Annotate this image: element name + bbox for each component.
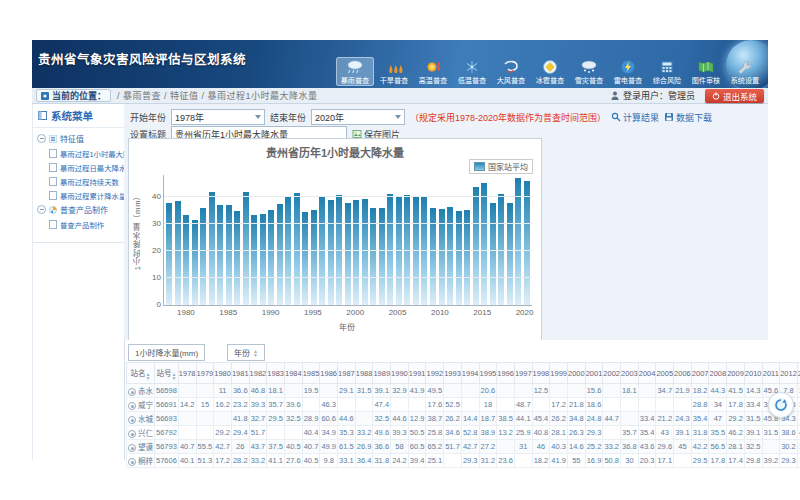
nav-item-hail[interactable]: 冰雹普查 xyxy=(531,57,569,86)
x-tick-label: 2005 xyxy=(389,308,407,317)
value-cell: 31.8 xyxy=(691,426,709,440)
year-header-1979[interactable]: 1979 xyxy=(196,363,214,384)
year-header-1994[interactable]: 1994 xyxy=(461,363,479,384)
year-header-1997[interactable]: 1997 xyxy=(514,363,532,384)
year-header-2006[interactable]: 2006 xyxy=(674,363,692,384)
year-header-1989[interactable]: 1989 xyxy=(373,363,391,384)
nav-item-gale[interactable]: 大风普查 xyxy=(492,57,530,86)
year-header-1996[interactable]: 1996 xyxy=(497,363,515,384)
tree-item[interactable]: 暴雨过程1小时最大降水量 xyxy=(35,146,122,160)
year-header-2004[interactable]: 2004 xyxy=(638,363,656,384)
tree-item[interactable]: 暴雨过程累计降水量 xyxy=(35,188,122,202)
nav-item-drought[interactable]: 干旱普查 xyxy=(375,57,413,86)
table-row: 赤水565981136.646.818.119.529.131.539.132.… xyxy=(127,384,800,398)
value-cell: 32.5 xyxy=(373,412,391,426)
x-tick-label: 1985 xyxy=(219,308,237,317)
calculate-button[interactable]: 计算结果 xyxy=(611,111,659,124)
year-header-1992[interactable]: 1992 xyxy=(426,363,444,384)
value-cell xyxy=(638,398,656,412)
logout-label: 退出系统 xyxy=(723,90,757,102)
year-header-2012[interactable]: 2012 xyxy=(780,363,798,384)
year-header-2007[interactable]: 2007 xyxy=(691,363,709,384)
year-header-1999[interactable]: 1999 xyxy=(550,363,568,384)
tree-item[interactable]: 暴雨过程持续天数 xyxy=(35,174,122,188)
row-radio-button[interactable] xyxy=(128,458,136,466)
tree-item[interactable]: 普查产品制作 xyxy=(35,217,122,231)
nav-item-label: 冰雹普查 xyxy=(532,76,568,85)
year-header-1986[interactable]: 1986 xyxy=(320,363,338,384)
year-header-1985[interactable]: 1985 xyxy=(302,363,320,384)
floating-refresh-button[interactable] xyxy=(768,392,794,418)
bar-2019 xyxy=(515,178,521,305)
end-year-select[interactable]: 2020年 xyxy=(311,109,405,125)
year-header-1983[interactable]: 1983 xyxy=(267,363,285,384)
year-header-2008[interactable]: 2008 xyxy=(709,363,727,384)
value-cell: 48.7 xyxy=(514,398,532,412)
station-name-header[interactable]: 站名▲▼ xyxy=(127,363,155,384)
table-scroll-area[interactable]: 站名▲▼站号▲▼19781979198019811982198319841985… xyxy=(126,362,800,492)
year-header-1988[interactable]: 1988 xyxy=(355,363,373,384)
chart-legend[interactable]: 国家站平均 xyxy=(469,159,533,174)
year-header-1990[interactable]: 1990 xyxy=(391,363,409,384)
year-header-1995[interactable]: 1995 xyxy=(479,363,497,384)
metric-select[interactable]: 1小时降水量(mm) xyxy=(128,344,205,361)
nav-item-lightning[interactable]: 雷电普查 xyxy=(609,57,647,86)
nav-item-high-temp[interactable]: 高温普查 xyxy=(414,57,452,86)
download-button[interactable]: 数据下载 xyxy=(664,111,712,124)
nav-item-rainstorm[interactable]: 暴雨普查 xyxy=(336,57,374,86)
value-cell: 31.5 xyxy=(355,384,373,398)
year-header-2002[interactable]: 2002 xyxy=(603,363,621,384)
sidebar-title-label: 系统菜单 xyxy=(51,108,93,123)
year-header-2010[interactable]: 2010 xyxy=(744,363,762,384)
year-header-1980[interactable]: 1980 xyxy=(214,363,232,384)
value-cell xyxy=(497,384,515,398)
value-cell: 41.5 xyxy=(727,384,745,398)
nav-item-settings[interactable]: 系统设置 xyxy=(726,57,764,86)
row-radio-button[interactable] xyxy=(128,416,136,424)
tree-group-1[interactable]: 普查产品制作 xyxy=(35,202,122,217)
expand-icon[interactable] xyxy=(37,134,46,143)
row-radio-button[interactable] xyxy=(128,430,136,438)
year-header-2011[interactable]: 2011 xyxy=(762,363,780,384)
start-year-select[interactable]: 1978年 xyxy=(171,109,265,125)
bar-1986 xyxy=(234,211,240,305)
value-cell: 38.9 xyxy=(479,426,497,440)
nav-item-risk[interactable]: 综合风险 xyxy=(648,57,686,86)
value-cell xyxy=(603,384,621,398)
year-header-2005[interactable]: 2005 xyxy=(656,363,674,384)
year-header-1981[interactable]: 1981 xyxy=(231,363,249,384)
year-header-2001[interactable]: 2001 xyxy=(585,363,603,384)
year-header-2003[interactable]: 2003 xyxy=(621,363,639,384)
value-cell: 38.7 xyxy=(426,412,444,426)
year-header-1998[interactable]: 1998 xyxy=(532,363,550,384)
year-header-2000[interactable]: 2000 xyxy=(567,363,585,384)
row-radio-button[interactable] xyxy=(128,402,136,410)
row-radio-button[interactable] xyxy=(128,444,136,452)
year-header-1982[interactable]: 1982 xyxy=(249,363,267,384)
row-radio-button[interactable] xyxy=(128,388,136,396)
tree-item[interactable]: 暴雨过程日最大降水量 xyxy=(35,160,122,174)
nav-item-snow[interactable]: 雪灾普查 xyxy=(570,57,608,86)
bar-2015 xyxy=(481,183,487,305)
value-cell: 29.3 xyxy=(461,454,479,468)
year-header-1993[interactable]: 1993 xyxy=(444,363,462,384)
year-header-1991[interactable]: 1991 xyxy=(408,363,426,384)
nav-item-label: 图件审核 xyxy=(688,76,724,85)
expand-icon[interactable] xyxy=(37,205,46,214)
tree-group-0[interactable]: 特征值 xyxy=(35,131,122,146)
value-cell: 24.2 xyxy=(391,454,409,468)
year-header-1984[interactable]: 1984 xyxy=(284,363,302,384)
query-form-row: 开始年份 1978年 结束年份 2020年 （规定采用1978-2020年数据作… xyxy=(130,109,712,125)
value-cell: 14.4 xyxy=(461,412,479,426)
value-cell: 35.4 xyxy=(691,412,709,426)
value-cell xyxy=(178,412,196,426)
year-header-1987[interactable]: 1987 xyxy=(338,363,356,384)
nav-item-low-temp[interactable]: 低温普查 xyxy=(453,57,491,86)
station-id-header[interactable]: 站号▲▼ xyxy=(155,363,179,384)
year-header-2009[interactable]: 2009 xyxy=(727,363,745,384)
year-header-1978[interactable]: 1978 xyxy=(178,363,196,384)
year-sort-control[interactable]: 年份 ▲▼ xyxy=(227,344,265,361)
value-cell: 42.2 xyxy=(691,440,709,454)
logout-button[interactable]: 退出系统 xyxy=(705,89,764,103)
nav-item-map-review[interactable]: 图件审核 xyxy=(687,57,725,86)
